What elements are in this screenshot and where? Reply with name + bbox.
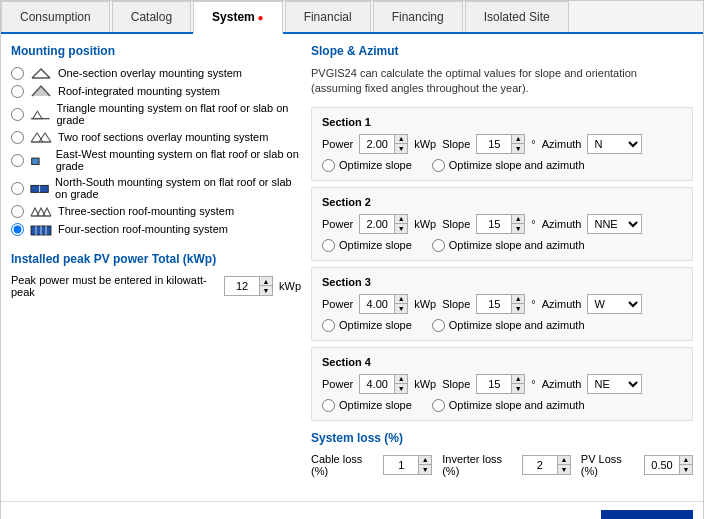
svg-marker-2 (33, 111, 42, 118)
section-3-title: Section 3 (322, 276, 682, 288)
power-input-2[interactable]: ▲▼ (359, 214, 408, 234)
kwp-label-3: kWp (414, 298, 436, 310)
inverter-up[interactable]: ▲ (558, 456, 570, 465)
opt-slope-3[interactable]: Optimize slope (322, 319, 412, 332)
slope-1-up[interactable]: ▲ (512, 135, 524, 144)
azimuth-select-1[interactable]: NNNENEENE EESESESSE SSSWSWWSW WWNWNWNNW (587, 134, 642, 154)
tab-system[interactable]: System ● (193, 1, 283, 34)
section-2-title: Section 2 (322, 196, 682, 208)
power-input-4[interactable]: ▲▼ (359, 374, 408, 394)
inverter-loss-input[interactable]: ▲▼ (522, 455, 571, 475)
power-label-3: Power (322, 298, 353, 310)
slope-3-up[interactable]: ▲ (512, 295, 524, 304)
pv-loss-input[interactable]: ▲▼ (644, 455, 693, 475)
power-1-up[interactable]: ▲ (395, 135, 407, 144)
mounting-title: Mounting position (11, 44, 301, 58)
mount-radio-3[interactable] (11, 131, 24, 144)
mount-label-0: One-section overlay mounting system (58, 67, 242, 79)
peak-up-btn[interactable]: ▲ (260, 277, 272, 286)
power-1-down[interactable]: ▼ (395, 144, 407, 153)
power-field-1[interactable] (360, 135, 394, 153)
mount-radio-4[interactable] (11, 154, 24, 167)
slope-field-4[interactable] (477, 375, 511, 393)
slope-1-down[interactable]: ▼ (512, 144, 524, 153)
peak-down-btn[interactable]: ▼ (260, 286, 272, 295)
mount-radio-7[interactable] (11, 223, 24, 236)
slope-input-2[interactable]: ▲▼ (476, 214, 525, 234)
power-field-4[interactable] (360, 375, 394, 393)
tab-consumption[interactable]: Consumption (1, 1, 110, 32)
power-field-3[interactable] (360, 295, 394, 313)
slope-2-down[interactable]: ▼ (512, 224, 524, 233)
opt-both-2[interactable]: Optimize slope and azimuth (432, 239, 585, 252)
opt-slope-1[interactable]: Optimize slope (322, 159, 412, 172)
opt-both-4[interactable]: Optimize slope and azimuth (432, 399, 585, 412)
cable-loss-input[interactable]: ▲▼ (383, 455, 432, 475)
azimuth-select-4[interactable]: NNNENEENE EESESESSE SSSWSWWSW WWNWNWNNW (587, 374, 642, 394)
pv-down[interactable]: ▼ (680, 465, 692, 474)
azimuth-label-2: Azimuth (542, 218, 582, 230)
power-3-up[interactable]: ▲ (395, 295, 407, 304)
power-2-up[interactable]: ▲ (395, 215, 407, 224)
mount-radio-6[interactable] (11, 205, 24, 218)
tab-financial[interactable]: Financial (285, 1, 371, 32)
optimize-row-3: Optimize slope Optimize slope and azimut… (322, 319, 682, 332)
slope-field-3[interactable] (477, 295, 511, 313)
slope-input-3[interactable]: ▲▼ (476, 294, 525, 314)
loss-row: Cable loss (%) ▲▼ Inverter loss (%) ▲▼ P… (311, 453, 693, 477)
slope-field-1[interactable] (477, 135, 511, 153)
installed-peak-title: Installed peak PV power Total (kWp) (11, 252, 301, 266)
mount-label-3: Two roof sections overlay mounting syste… (58, 131, 268, 143)
power-input-3[interactable]: ▲▼ (359, 294, 408, 314)
mount-icon-4 (30, 153, 50, 167)
slope-3-down[interactable]: ▼ (512, 304, 524, 313)
slope-input-4[interactable]: ▲▼ (476, 374, 525, 394)
mount-radio-2[interactable] (11, 108, 24, 121)
opt-both-3[interactable]: Optimize slope and azimuth (432, 319, 585, 332)
slope-2-up[interactable]: ▲ (512, 215, 524, 224)
tab-financing[interactable]: Financing (373, 1, 463, 32)
opt-slope-4[interactable]: Optimize slope (322, 399, 412, 412)
inverter-loss-field[interactable] (523, 456, 557, 474)
mount-radio-1[interactable] (11, 85, 24, 98)
save-button[interactable]: SAVE (601, 510, 693, 519)
slope-label-1: Slope (442, 138, 470, 150)
kwp-label-2: kWp (414, 218, 436, 230)
inverter-loss-label: Inverter loss (%) (442, 453, 512, 477)
peak-input-container[interactable]: ▲ ▼ (224, 276, 273, 296)
slope-4-up[interactable]: ▲ (512, 375, 524, 384)
power-label-1: Power (322, 138, 353, 150)
mount-radio-0[interactable] (11, 67, 24, 80)
cable-loss-field[interactable] (384, 456, 418, 474)
slope-field-2[interactable] (477, 215, 511, 233)
azimuth-select-2[interactable]: NNNENEENE EESESESSE SSSWSWWSW WWNWNWNNW (587, 214, 642, 234)
inverter-down[interactable]: ▼ (558, 465, 570, 474)
tab-isolated-site[interactable]: Isolated Site (465, 1, 569, 32)
mount-icon-3 (30, 130, 52, 144)
power-3-down[interactable]: ▼ (395, 304, 407, 313)
slope-description: PVGIS24 can calculate the optimal values… (311, 66, 693, 97)
power-2-down[interactable]: ▼ (395, 224, 407, 233)
cable-up[interactable]: ▲ (419, 456, 431, 465)
pv-up[interactable]: ▲ (680, 456, 692, 465)
cable-down[interactable]: ▼ (419, 465, 431, 474)
opt-both-1[interactable]: Optimize slope and azimuth (432, 159, 585, 172)
power-field-2[interactable] (360, 215, 394, 233)
slope-4-down[interactable]: ▼ (512, 384, 524, 393)
pv-loss-field[interactable] (645, 456, 679, 474)
power-input-1[interactable]: ▲▼ (359, 134, 408, 154)
tab-catalog[interactable]: Catalog (112, 1, 191, 32)
azimuth-select-3[interactable]: NNNENEENE EESESESSE SSSWSWWSW WWNWNWNNW (587, 294, 642, 314)
mount-radio-5[interactable] (11, 182, 24, 195)
optimize-row-2: Optimize slope Optimize slope and azimut… (322, 239, 682, 252)
pv-loss-label: PV Loss (%) (581, 453, 634, 477)
app-container: Consumption Catalog System ● Financial F… (0, 0, 704, 519)
mounting-option-7: Four-section roof-mounting system (11, 222, 301, 236)
opt-slope-2[interactable]: Optimize slope (322, 239, 412, 252)
slope-input-1[interactable]: ▲▼ (476, 134, 525, 154)
section-box-2: Section 2 Power ▲▼ kWp Slope ▲▼ (311, 187, 693, 261)
peak-input[interactable] (225, 277, 259, 295)
slope-label-3: Slope (442, 298, 470, 310)
power-4-down[interactable]: ▼ (395, 384, 407, 393)
power-4-up[interactable]: ▲ (395, 375, 407, 384)
